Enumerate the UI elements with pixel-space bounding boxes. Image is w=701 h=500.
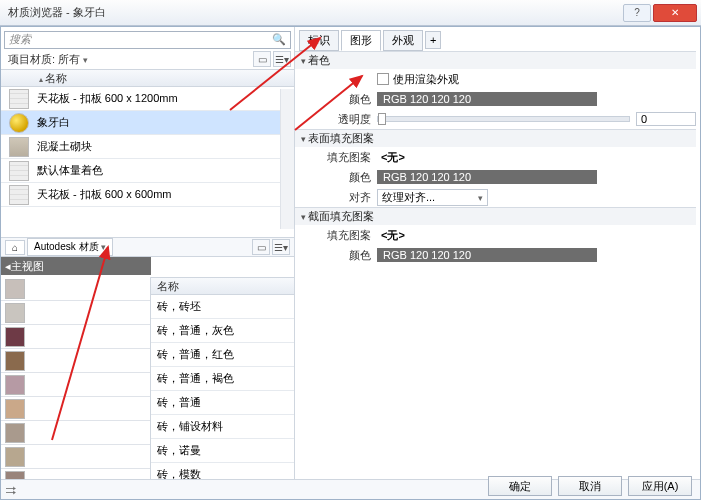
library-row[interactable]: 砖，普通，红色 [151, 343, 294, 367]
library-thumb[interactable] [1, 277, 150, 301]
library-bar: ⌂ Autodesk 材质 ▭ ☰▾ [1, 237, 294, 257]
material-name: 默认体量着色 [37, 163, 103, 178]
tab-identity[interactable]: 标识 [299, 30, 339, 51]
row-surface-color: 颜色 RGB 120 120 120 [295, 167, 696, 187]
tab-appearance[interactable]: 外观 [383, 30, 423, 51]
material-row[interactable]: 混凝土砌块 [1, 135, 294, 159]
search-input[interactable]: 搜索 🔍 [4, 31, 291, 49]
tree-header[interactable]: 主视图 [1, 257, 151, 275]
row-surface-align: 对齐 纹理对齐... [295, 187, 696, 207]
material-row[interactable]: 天花板 - 扣板 600 x 1200mm [1, 87, 294, 111]
tab-add[interactable]: + [425, 31, 441, 49]
material-swatch [9, 113, 29, 133]
titlebar: 材质浏览器 - 象牙白 ? ✕ [0, 0, 701, 26]
group-surface-fill[interactable]: 表面填充图案 [295, 129, 696, 147]
library-thumb[interactable] [1, 397, 150, 421]
search-row: 搜索 🔍 [1, 27, 294, 49]
status-bar: ⮆ 确定 取消 应用(A) [1, 479, 700, 499]
thumb-swatch [5, 327, 25, 347]
expand-icon[interactable]: ⮆ [5, 485, 16, 497]
surface-color-value[interactable]: RGB 120 120 120 [377, 170, 597, 184]
material-row[interactable]: 天花板 - 扣板 600 x 600mm [1, 183, 294, 207]
alignment-dropdown[interactable]: 纹理对齐... [377, 189, 488, 206]
view-mode-icon[interactable]: ▭ [253, 51, 271, 67]
project-column-header[interactable]: 名称 [1, 69, 294, 87]
dialog-frame: 搜索 🔍 项目材质: 所有 ▭ ☰▾ 名称 天花板 - 扣板 600 x 120… [0, 26, 701, 500]
sort-icon[interactable]: ☰▾ [273, 51, 291, 67]
library-row[interactable]: 砖，诺曼 [151, 439, 294, 463]
library-thumb[interactable] [1, 301, 150, 325]
row-shading-color: 颜色 RGB 120 120 120 [295, 89, 696, 109]
fill-label: 填充图案 [325, 150, 377, 165]
material-swatch [9, 161, 29, 181]
cut-color-value[interactable]: RGB 120 120 120 [377, 248, 597, 262]
row-cut-color: 颜色 RGB 120 120 120 [295, 245, 696, 265]
transparency-value[interactable]: 0 [636, 112, 696, 126]
lib-sort-icon[interactable]: ☰▾ [272, 239, 290, 255]
library-row[interactable]: 砖，模数 [151, 463, 294, 479]
surface-fill-value[interactable]: <无> [377, 149, 409, 166]
material-name: 天花板 - 扣板 600 x 600mm [37, 187, 171, 202]
close-button[interactable]: ✕ [653, 4, 697, 22]
library-thumb[interactable] [1, 373, 150, 397]
library-row[interactable]: 砖，普通，褐色 [151, 367, 294, 391]
row-cut-fill: 填充图案 <无> [295, 225, 696, 245]
material-row[interactable]: 象牙白 [1, 111, 294, 135]
library-column-header[interactable]: 名称 [151, 277, 294, 295]
group-shading[interactable]: 着色 [295, 51, 696, 69]
library-dropdown[interactable]: Autodesk 材质 [27, 238, 113, 256]
tree-header-label: 主视图 [11, 259, 44, 274]
library-thumb[interactable] [1, 349, 150, 373]
search-icon: 🔍 [272, 33, 286, 46]
window-title: 材质浏览器 - 象牙白 [8, 5, 106, 20]
use-render-checkbox[interactable] [377, 73, 389, 85]
transparency-slider[interactable] [377, 116, 630, 122]
cut-color-label: 颜色 [325, 248, 377, 263]
project-scrollbar[interactable] [280, 89, 294, 229]
thumb-swatch [5, 279, 25, 299]
row-surface-fill: 填充图案 <无> [295, 147, 696, 167]
cancel-button[interactable]: 取消 [558, 476, 622, 496]
lib-view-icon[interactable]: ▭ [252, 239, 270, 255]
material-row[interactable]: 默认体量着色 [1, 159, 294, 183]
ok-button[interactable]: 确定 [488, 476, 552, 496]
library-row[interactable]: 砖，普通，灰色 [151, 319, 294, 343]
group-cut-fill[interactable]: 截面填充图案 [295, 207, 696, 225]
apply-button[interactable]: 应用(A) [628, 476, 692, 496]
library-row[interactable]: 砖，普通 [151, 391, 294, 415]
shading-color-value[interactable]: RGB 120 120 120 [377, 92, 597, 106]
lib-col-name: 名称 [157, 279, 179, 294]
library-split: 名称 砖，砖坯砖，普通，灰色砖，普通，红色砖，普通，褐色砖，普通砖，铺设材料砖，… [1, 277, 294, 479]
library-thumb-col[interactable] [1, 277, 151, 479]
thumb-swatch [5, 351, 25, 371]
material-swatch [9, 89, 29, 109]
thumb-swatch [5, 447, 25, 467]
tabs-row: 标识 图形 外观 + [295, 27, 700, 51]
material-swatch [9, 137, 29, 157]
cut-fill-label: 填充图案 [325, 228, 377, 243]
material-name: 天花板 - 扣板 600 x 1200mm [37, 91, 178, 106]
search-placeholder: 搜索 [9, 32, 31, 47]
library-row[interactable]: 砖，砖坯 [151, 295, 294, 319]
library-thumb[interactable] [1, 325, 150, 349]
help-button[interactable]: ? [623, 4, 651, 22]
library-name-col: 名称 砖，砖坯砖，普通，灰色砖，普通，红色砖，普通，褐色砖，普通砖，铺设材料砖，… [151, 277, 294, 479]
window-buttons: ? ✕ [623, 4, 697, 22]
tab-graphics[interactable]: 图形 [341, 30, 381, 51]
library-thumb[interactable] [1, 469, 150, 479]
transp-label: 透明度 [325, 112, 377, 127]
library-thumb[interactable] [1, 445, 150, 469]
library-name-list: 砖，砖坯砖，普通，灰色砖，普通，红色砖，普通，褐色砖，普通砖，铺设材料砖，诺曼砖… [151, 295, 294, 479]
home-button[interactable]: ⌂ [5, 240, 25, 255]
library-row[interactable]: 砖，铺设材料 [151, 415, 294, 439]
properties: 着色 使用渲染外观 颜色 RGB 120 120 120 透明度 0 表面填 [295, 51, 700, 265]
project-filter[interactable]: 项目材质: 所有 [4, 51, 92, 68]
cut-fill-value[interactable]: <无> [377, 227, 409, 244]
material-swatch [9, 185, 29, 205]
library-thumb[interactable] [1, 421, 150, 445]
thumb-swatch [5, 303, 25, 323]
thumb-swatch [5, 423, 25, 443]
col-name: 名称 [39, 71, 67, 86]
project-filter-row: 项目材质: 所有 ▭ ☰▾ [1, 49, 294, 69]
material-name: 象牙白 [37, 115, 70, 130]
